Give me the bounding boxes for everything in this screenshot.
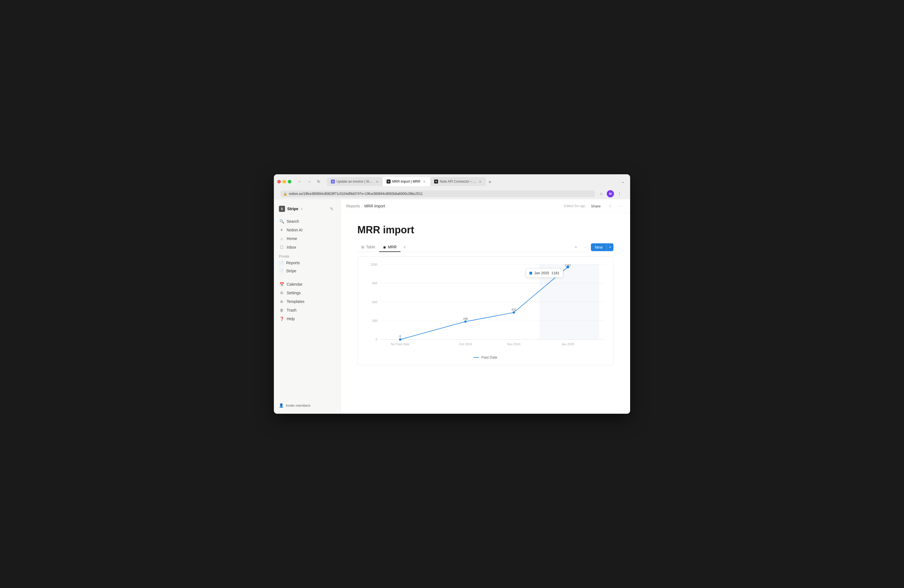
invite-members-button[interactable]: 👤 Invite members bbox=[277, 401, 338, 409]
browser-tab-1[interactable]: S Update an invoice | Stripe AP... ✕ bbox=[327, 177, 383, 186]
new-page-button[interactable]: ✎ bbox=[327, 205, 335, 213]
x-label-no-paid-date: No Paid Date bbox=[391, 343, 409, 346]
new-record-button[interactable]: New ∨ bbox=[591, 243, 613, 251]
tab-close-3[interactable]: ✕ bbox=[478, 179, 482, 184]
reports-label: Reports bbox=[286, 261, 300, 265]
workspace-name: Stripe bbox=[287, 207, 299, 211]
tab-actions: ≡ ··· New ∨ bbox=[572, 243, 613, 251]
inbox-label: Inbox bbox=[287, 245, 296, 250]
new-button-main[interactable]: New bbox=[591, 243, 607, 251]
y-label-0: 0 bbox=[376, 338, 378, 341]
browser-chrome: ← → ↻ S Update an invoice | Stripe AP...… bbox=[274, 174, 630, 199]
trash-icon: 🗑 bbox=[279, 307, 284, 313]
workspace-header[interactable]: S Stripe ∨ ✎ bbox=[277, 203, 338, 214]
sidebar: S Stripe ∨ ✎ 🔍 Search ✦ Notion AI ⌂ bbox=[274, 199, 341, 414]
y-label-600: 600 bbox=[372, 300, 378, 304]
tab-close-1[interactable]: ✕ bbox=[375, 179, 379, 184]
chart-legend: Paid Date bbox=[363, 355, 608, 359]
home-label: Home bbox=[287, 236, 297, 241]
browser-menu-button[interactable]: ⋮ bbox=[616, 190, 623, 198]
sidebar-item-trash[interactable]: 🗑 Trash bbox=[277, 306, 338, 315]
reload-button[interactable]: ↻ bbox=[315, 178, 322, 185]
address-bar[interactable]: 🔒 bbox=[281, 190, 595, 197]
data-dot-432 bbox=[513, 311, 515, 313]
stripe-label: Stripe bbox=[286, 269, 296, 273]
workspace-icon: S bbox=[279, 206, 285, 212]
tab-favicon-1: S bbox=[331, 180, 335, 183]
tab-close-2[interactable]: ✕ bbox=[422, 179, 427, 184]
tab-title-1: Update an invoice | Stripe AP... bbox=[337, 180, 373, 183]
data-label-432: 432 bbox=[512, 308, 516, 311]
sidebar-item-templates[interactable]: ⊕ Templates bbox=[277, 297, 338, 306]
sidebar-item-calendar[interactable]: 📅 Calendar bbox=[277, 280, 338, 288]
maximize-button[interactable] bbox=[288, 180, 291, 183]
sidebar-item-notion-ai[interactable]: ✦ Notion AI bbox=[277, 226, 338, 234]
trash-label: Trash bbox=[287, 308, 296, 312]
close-button[interactable] bbox=[277, 180, 281, 183]
page-icon-stripe: 📄 bbox=[279, 269, 284, 273]
favorite-button[interactable]: ☆ bbox=[606, 202, 614, 210]
browser-action-buttons: ☆ M ⋮ bbox=[597, 190, 623, 198]
sidebar-item-search[interactable]: 🔍 Search bbox=[277, 217, 338, 226]
home-icon: ⌂ bbox=[279, 236, 284, 241]
table-tab-label: Table bbox=[366, 245, 375, 249]
add-view-button[interactable]: + bbox=[400, 243, 408, 251]
tab-mrr[interactable]: ◉ MRR bbox=[379, 242, 400, 252]
y-label-300: 300 bbox=[372, 319, 378, 322]
sidebar-item-inbox[interactable]: ☐ Inbox bbox=[277, 243, 338, 251]
x-label-oct-2024: Oct 2024 bbox=[459, 343, 472, 346]
calendar-icon: 📅 bbox=[279, 281, 284, 287]
tab-more-button[interactable]: ··· bbox=[582, 243, 589, 251]
y-label-1200: 1200 bbox=[370, 263, 378, 266]
sidebar-bottom: 👤 Invite members bbox=[274, 399, 340, 411]
page-title: MRR import bbox=[357, 224, 613, 236]
breadcrumb-parent[interactable]: Reports bbox=[346, 204, 360, 208]
sidebar-item-stripe[interactable]: 📄 Stripe bbox=[277, 267, 338, 275]
y-label-900: 900 bbox=[372, 281, 378, 285]
invite-label: Invite members bbox=[286, 403, 311, 408]
minimize-button[interactable] bbox=[283, 180, 286, 183]
tab-favicon-2: N bbox=[387, 180, 390, 183]
bookmark-button[interactable]: ☆ bbox=[597, 190, 605, 198]
sidebar-item-reports[interactable]: 📄 Reports bbox=[277, 259, 338, 267]
browser-tab-3[interactable]: N Note API Connector – App ✕ bbox=[430, 177, 486, 186]
profile-avatar[interactable]: M bbox=[607, 190, 614, 198]
legend-label: Paid Date bbox=[481, 355, 497, 359]
forward-button[interactable]: → bbox=[305, 178, 313, 185]
breadcrumb-separator: / bbox=[362, 204, 363, 208]
help-label: Help bbox=[287, 316, 295, 321]
x-label-nov-2024: Nov 2024 bbox=[507, 343, 520, 346]
edited-timestamp: Edited 3m ago bbox=[564, 204, 585, 208]
more-options-button[interactable]: ··· bbox=[617, 202, 624, 210]
tab-title-3: Note API Connector – App bbox=[440, 180, 476, 183]
share-button[interactable]: Share bbox=[588, 203, 604, 209]
data-dot-288 bbox=[464, 321, 466, 322]
templates-label: Templates bbox=[287, 299, 305, 304]
browser-window: ← → ↻ S Update an invoice | Stripe AP...… bbox=[274, 174, 630, 414]
new-tab-button[interactable]: + bbox=[486, 178, 494, 186]
chart-tooltip: Jan 2025 1181 bbox=[526, 269, 563, 278]
sidebar-item-home[interactable]: ⌂ Home bbox=[277, 234, 338, 243]
browser-tab-2[interactable]: N MRR import | MRR ✕ bbox=[383, 177, 430, 186]
url-input[interactable] bbox=[289, 192, 592, 196]
app-container: S Stripe ∨ ✎ 🔍 Search ✦ Notion AI ⌂ bbox=[274, 199, 630, 414]
new-button-chevron[interactable]: ∨ bbox=[607, 243, 613, 251]
address-bar-row: 🔒 ☆ M ⋮ bbox=[277, 188, 627, 199]
page-body: MRR import ⊞ Table ◉ MRR + ≡ ··· bbox=[341, 213, 630, 414]
profile-menu-button[interactable]: ⌄ bbox=[619, 178, 627, 185]
invite-icon: 👤 bbox=[279, 403, 284, 408]
sidebar-item-help[interactable]: ❓ Help bbox=[277, 315, 338, 323]
back-button[interactable]: ← bbox=[296, 178, 303, 185]
legend-line-icon bbox=[473, 357, 479, 358]
tab-table[interactable]: ⊞ Table bbox=[357, 242, 379, 252]
sidebar-other-nav: 📅 Calendar ⚙ Settings ⊕ Templates 🗑 Tras… bbox=[274, 280, 340, 324]
calendar-label: Calendar bbox=[287, 282, 303, 286]
data-label-0: 0 bbox=[400, 335, 401, 338]
settings-label: Settings bbox=[287, 291, 301, 295]
chart-container: Jan 2025 1181 0 300 bbox=[357, 256, 613, 365]
table-tab-icon: ⊞ bbox=[361, 245, 364, 249]
filter-button[interactable]: ≡ bbox=[572, 243, 580, 251]
sidebar-item-settings[interactable]: ⚙ Settings bbox=[277, 289, 338, 297]
browser-nav: ← → ↻ bbox=[296, 178, 322, 185]
templates-icon: ⊕ bbox=[279, 299, 284, 304]
